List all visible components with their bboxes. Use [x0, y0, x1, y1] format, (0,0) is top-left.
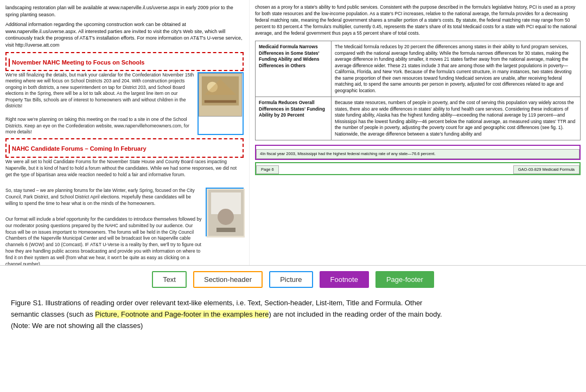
legend-bar: Text Section-header Picture Footnote Pag…: [0, 266, 586, 292]
construction-text: Additional information regarding the upc…: [5, 21, 244, 48]
intro-text: landscaping restoration plan will be ava…: [5, 4, 244, 18]
caption-line-2-text: semantic classes (such as: [11, 310, 95, 318]
medicaid-body-cell: The Medicaid formula reduces by 20 perce…: [332, 41, 581, 97]
article-1-text: We're still finalizing the details, but …: [5, 72, 194, 136]
svg-rect-8: [216, 228, 235, 232]
svg-rect-3: [205, 100, 237, 103]
section-header-1: November NAHC Meeting to Focus on School…: [9, 59, 240, 67]
footnote-button[interactable]: Footnote: [320, 271, 369, 288]
main-container: landscaping restoration plan will be ava…: [0, 0, 586, 337]
left-panel: landscaping restoration plan will be ava…: [0, 0, 250, 265]
section-header-button[interactable]: Section-header: [193, 271, 263, 288]
right-panel: chosen as a proxy for a state's ability …: [250, 0, 586, 265]
picture-button[interactable]: Picture: [269, 271, 313, 288]
section-header-2: NAHC Candidate Forums – Coming In Februa…: [9, 145, 240, 153]
caption-line-2-text-2: ) are not included in the reading order …: [269, 310, 442, 318]
candidate-text-2: So, stay tuned – we are planning forums …: [5, 188, 203, 207]
gao-reference: GAO-03-829 Medicaid Formula: [513, 165, 579, 174]
article-picture-1: [199, 73, 242, 117]
text-button[interactable]: Text: [152, 271, 187, 288]
document-panels: landscaping restoration plan will be ava…: [0, 0, 586, 266]
svg-point-7: [218, 209, 234, 225]
caption-line-3: (Note: We are not showing all the classe…: [11, 320, 575, 332]
caption-line-2: semantic classes (such as Picture, Footn…: [11, 309, 575, 320]
caption-area: Figure S1. Illustrations of reading orde…: [0, 292, 586, 337]
caption-highlight: Picture, Footnote and Page-footer in the…: [95, 310, 269, 318]
formula-body-cell: Because state resources, numbers of peop…: [332, 97, 581, 140]
medicaid-table: Medicaid Formula Narrows Differences in …: [255, 41, 581, 140]
footnote-bar: 4In fiscal year 2003, Mississippi had th…: [256, 149, 579, 159]
page-footer-right: Page 6 GAO-03-829 Medicaid Formula: [256, 165, 579, 174]
article-1: We're still finalizing the details, but …: [5, 72, 244, 136]
caption-line-1: Figure S1. Illustrations of reading orde…: [11, 298, 575, 309]
candidate-text-1: We were all set to hold Candidate Forums…: [5, 159, 244, 178]
page-footer-button[interactable]: Page-footer: [375, 271, 434, 288]
page-number-right: Page 6: [256, 165, 279, 174]
right-intro-text: chosen as a proxy for a state's ability …: [255, 4, 581, 36]
candidate-text-3: Our format will include a brief opportun…: [5, 216, 203, 265]
article-picture-2: [207, 189, 245, 237]
formula-title-cell: Formula Reduces Overall Differences in S…: [256, 97, 332, 140]
medicaid-title-cell: Medicaid Formula Narrows Differences in …: [256, 41, 332, 97]
